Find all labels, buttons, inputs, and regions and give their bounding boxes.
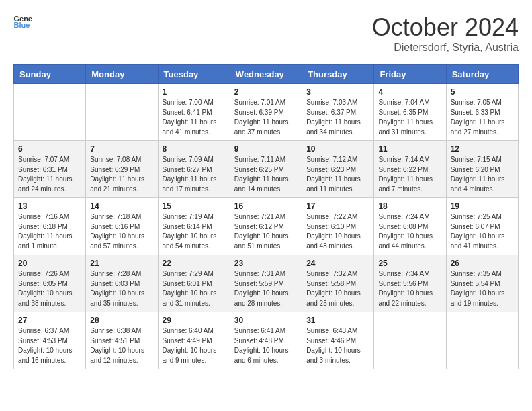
- day-info: Sunrise: 6:37 AM Sunset: 4:53 PM Dayligh…: [18, 326, 81, 365]
- calendar-cell: [86, 84, 158, 141]
- day-info: Sunrise: 7:22 AM Sunset: 6:10 PM Dayligh…: [306, 212, 369, 251]
- day-info: Sunrise: 7:14 AM Sunset: 6:22 PM Dayligh…: [378, 155, 441, 194]
- day-number: 28: [90, 316, 153, 325]
- day-number: 23: [234, 259, 298, 268]
- calendar-cell: 30Sunrise: 6:41 AM Sunset: 4:48 PM Dayli…: [230, 312, 302, 369]
- logo: General Blue: [13, 13, 32, 28]
- day-number: 30: [234, 316, 298, 325]
- day-info: Sunrise: 7:31 AM Sunset: 5:59 PM Dayligh…: [234, 269, 298, 308]
- page-header: General Blue October 2024 Dietersdorf, S…: [13, 13, 519, 54]
- day-number: 19: [451, 201, 514, 211]
- calendar-cell: 24Sunrise: 7:32 AM Sunset: 5:58 PM Dayli…: [302, 255, 374, 312]
- location-subtitle: Dietersdorf, Styria, Austria: [372, 42, 519, 54]
- day-number: 16: [234, 201, 298, 211]
- day-number: 12: [451, 144, 514, 154]
- day-info: Sunrise: 6:38 AM Sunset: 4:51 PM Dayligh…: [90, 326, 153, 365]
- calendar-cell: [374, 312, 446, 369]
- calendar-cell: 4Sunrise: 7:04 AM Sunset: 6:35 PM Daylig…: [374, 84, 446, 141]
- weekday-header-tuesday: Tuesday: [158, 65, 230, 84]
- day-info: Sunrise: 7:26 AM Sunset: 6:05 PM Dayligh…: [18, 269, 81, 308]
- week-row-5: 27Sunrise: 6:37 AM Sunset: 4:53 PM Dayli…: [14, 312, 519, 369]
- calendar-cell: 15Sunrise: 7:19 AM Sunset: 6:14 PM Dayli…: [158, 198, 230, 255]
- calendar-cell: 26Sunrise: 7:35 AM Sunset: 5:54 PM Dayli…: [446, 255, 518, 312]
- calendar-cell: 20Sunrise: 7:26 AM Sunset: 6:05 PM Dayli…: [14, 255, 86, 312]
- svg-text:Blue: Blue: [13, 21, 30, 28]
- day-number: 5: [451, 87, 514, 97]
- month-title: October 2024: [372, 13, 519, 42]
- day-number: 14: [90, 201, 153, 211]
- day-number: 1: [163, 87, 226, 97]
- logo-icon: General Blue: [13, 13, 32, 28]
- day-number: 7: [90, 144, 153, 154]
- day-number: 4: [378, 87, 441, 97]
- weekday-header-row: SundayMondayTuesdayWednesdayThursdayFrid…: [14, 65, 519, 84]
- day-number: 13: [18, 201, 81, 211]
- day-info: Sunrise: 7:01 AM Sunset: 6:39 PM Dayligh…: [234, 98, 298, 137]
- day-info: Sunrise: 7:29 AM Sunset: 6:01 PM Dayligh…: [163, 269, 226, 308]
- day-info: Sunrise: 7:32 AM Sunset: 5:58 PM Dayligh…: [306, 269, 369, 308]
- day-info: Sunrise: 7:19 AM Sunset: 6:14 PM Dayligh…: [163, 212, 226, 251]
- calendar-cell: 31Sunrise: 6:43 AM Sunset: 4:46 PM Dayli…: [302, 312, 374, 369]
- calendar-cell: 1Sunrise: 7:00 AM Sunset: 6:41 PM Daylig…: [158, 84, 230, 141]
- calendar-cell: 14Sunrise: 7:18 AM Sunset: 6:16 PM Dayli…: [86, 198, 158, 255]
- day-info: Sunrise: 7:08 AM Sunset: 6:29 PM Dayligh…: [90, 155, 153, 194]
- title-block: October 2024 Dietersdorf, Styria, Austri…: [372, 13, 519, 54]
- day-number: 24: [306, 259, 369, 268]
- week-row-4: 20Sunrise: 7:26 AM Sunset: 6:05 PM Dayli…: [14, 255, 519, 312]
- day-number: 31: [306, 316, 369, 325]
- calendar-cell: 9Sunrise: 7:11 AM Sunset: 6:25 PM Daylig…: [230, 141, 302, 198]
- day-number: 17: [306, 201, 369, 211]
- calendar-cell: 19Sunrise: 7:25 AM Sunset: 6:07 PM Dayli…: [446, 198, 518, 255]
- day-number: 15: [163, 201, 226, 211]
- calendar-cell: 11Sunrise: 7:14 AM Sunset: 6:22 PM Dayli…: [374, 141, 446, 198]
- calendar-cell: 23Sunrise: 7:31 AM Sunset: 5:59 PM Dayli…: [230, 255, 302, 312]
- calendar-cell: 17Sunrise: 7:22 AM Sunset: 6:10 PM Dayli…: [302, 198, 374, 255]
- calendar-cell: 3Sunrise: 7:03 AM Sunset: 6:37 PM Daylig…: [302, 84, 374, 141]
- day-info: Sunrise: 7:28 AM Sunset: 6:03 PM Dayligh…: [90, 269, 153, 308]
- day-info: Sunrise: 7:18 AM Sunset: 6:16 PM Dayligh…: [90, 212, 153, 251]
- day-info: Sunrise: 7:21 AM Sunset: 6:12 PM Dayligh…: [234, 212, 298, 251]
- day-number: 10: [306, 144, 369, 154]
- day-number: 22: [163, 259, 226, 268]
- calendar-cell: 18Sunrise: 7:24 AM Sunset: 6:08 PM Dayli…: [374, 198, 446, 255]
- calendar-cell: 5Sunrise: 7:05 AM Sunset: 6:33 PM Daylig…: [446, 84, 518, 141]
- calendar-cell: 10Sunrise: 7:12 AM Sunset: 6:23 PM Dayli…: [302, 141, 374, 198]
- day-info: Sunrise: 6:43 AM Sunset: 4:46 PM Dayligh…: [306, 326, 369, 365]
- calendar-cell: 13Sunrise: 7:16 AM Sunset: 6:18 PM Dayli…: [14, 198, 86, 255]
- day-number: 8: [163, 144, 226, 154]
- day-info: Sunrise: 7:09 AM Sunset: 6:27 PM Dayligh…: [163, 155, 226, 194]
- calendar-cell: 16Sunrise: 7:21 AM Sunset: 6:12 PM Dayli…: [230, 198, 302, 255]
- day-number: 20: [18, 259, 81, 268]
- day-info: Sunrise: 7:15 AM Sunset: 6:20 PM Dayligh…: [451, 155, 514, 194]
- calendar-cell: [446, 312, 518, 369]
- day-number: 2: [234, 87, 298, 97]
- weekday-header-thursday: Thursday: [302, 65, 374, 84]
- day-info: Sunrise: 7:16 AM Sunset: 6:18 PM Dayligh…: [18, 212, 81, 251]
- day-number: 26: [451, 259, 514, 268]
- day-info: Sunrise: 7:24 AM Sunset: 6:08 PM Dayligh…: [378, 212, 441, 251]
- weekday-header-friday: Friday: [374, 65, 446, 84]
- day-info: Sunrise: 7:03 AM Sunset: 6:37 PM Dayligh…: [306, 98, 369, 137]
- week-row-2: 6Sunrise: 7:07 AM Sunset: 6:31 PM Daylig…: [14, 141, 519, 198]
- day-number: 29: [163, 316, 226, 325]
- calendar-cell: 21Sunrise: 7:28 AM Sunset: 6:03 PM Dayli…: [86, 255, 158, 312]
- day-info: Sunrise: 7:00 AM Sunset: 6:41 PM Dayligh…: [163, 98, 226, 137]
- day-info: Sunrise: 7:04 AM Sunset: 6:35 PM Dayligh…: [378, 98, 441, 137]
- calendar-cell: 28Sunrise: 6:38 AM Sunset: 4:51 PM Dayli…: [86, 312, 158, 369]
- week-row-1: 1Sunrise: 7:00 AM Sunset: 6:41 PM Daylig…: [14, 84, 519, 141]
- weekday-header-wednesday: Wednesday: [230, 65, 302, 84]
- day-number: 25: [378, 259, 441, 268]
- day-number: 27: [18, 316, 81, 325]
- calendar-cell: 6Sunrise: 7:07 AM Sunset: 6:31 PM Daylig…: [14, 141, 86, 198]
- calendar-cell: 27Sunrise: 6:37 AM Sunset: 4:53 PM Dayli…: [14, 312, 86, 369]
- day-number: 6: [18, 144, 81, 154]
- calendar-table: SundayMondayTuesdayWednesdayThursdayFrid…: [13, 64, 519, 369]
- calendar-cell: 22Sunrise: 7:29 AM Sunset: 6:01 PM Dayli…: [158, 255, 230, 312]
- day-number: 3: [306, 87, 369, 97]
- weekday-header-sunday: Sunday: [14, 65, 86, 84]
- calendar-cell: 2Sunrise: 7:01 AM Sunset: 6:39 PM Daylig…: [230, 84, 302, 141]
- week-row-3: 13Sunrise: 7:16 AM Sunset: 6:18 PM Dayli…: [14, 198, 519, 255]
- day-number: 21: [90, 259, 153, 268]
- calendar-cell: 7Sunrise: 7:08 AM Sunset: 6:29 PM Daylig…: [86, 141, 158, 198]
- day-info: Sunrise: 7:05 AM Sunset: 6:33 PM Dayligh…: [451, 98, 514, 137]
